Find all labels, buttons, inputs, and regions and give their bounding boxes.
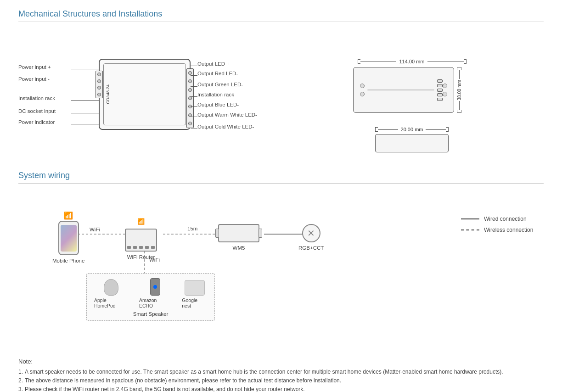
rgb-cct-label: RGB+CCT	[298, 245, 324, 251]
line-power-indicator	[71, 124, 100, 124]
note-3: Please check if the WiFi router net in 2…	[18, 385, 544, 392]
wiring-title: System wiring	[18, 171, 544, 180]
dim-depth-label: 20.00 mm	[398, 127, 426, 132]
mechanical-content: Power input + Power input - Installation…	[18, 31, 544, 157]
homepod-label: Apple HomePod	[94, 297, 128, 308]
screw-hole-tr	[443, 84, 447, 88]
dim-right-tab-3	[437, 89, 443, 92]
label-output-blue: Output Blue LED-	[197, 102, 239, 107]
mechanical-divider	[18, 22, 544, 22]
line-output-cold	[191, 129, 197, 129]
line-dc-socket	[71, 113, 100, 113]
connection-lines	[18, 197, 461, 344]
mobile-phone-label: Mobile Phone	[52, 258, 84, 263]
dim-width-label: 114.00 mm	[396, 59, 427, 64]
legend-wireless-label: Wireless connection	[484, 227, 533, 233]
dimension-diagram: 114.00 mm	[294, 36, 544, 152]
legend-line-dashed	[461, 230, 479, 230]
wm5-label: WM5	[233, 245, 245, 251]
distance-label: 15m	[187, 226, 197, 231]
dim-right-tab-4	[437, 93, 443, 96]
line-output-red	[191, 75, 197, 76]
wifi-label-2: WiFi	[149, 257, 160, 263]
legend: Wired connection Wireless connection	[461, 197, 544, 233]
device-box: GDA48-24	[99, 59, 191, 130]
conn-left-dot-4	[97, 93, 101, 96]
line-output-blue	[191, 106, 197, 107]
conn-left-dot-3	[97, 86, 101, 90]
phone-shape	[58, 221, 79, 255]
wiring-content: 📶 Mobile Phone WiFi 📶	[18, 193, 544, 349]
conn-right-dot-4	[188, 96, 192, 100]
echo-ring	[153, 285, 157, 289]
system-section: System wiring 📶 Mob	[18, 171, 544, 349]
screw-hole-br	[443, 92, 447, 96]
notes-section: Note: A smart speaker needs to be connec…	[18, 358, 544, 392]
wm5-node: WM5	[218, 224, 259, 251]
legend-wired: Wired connection	[461, 216, 544, 222]
label-dc-socket: DC socket input	[18, 108, 56, 114]
router-shape	[125, 229, 157, 252]
conn-right-dot-1	[188, 71, 192, 75]
router-port-2	[133, 246, 137, 249]
conn-right-dot-2	[188, 79, 192, 83]
rgb-cct-node: ✕ RGB+CCT	[298, 224, 324, 251]
legend-wired-label: Wired connection	[484, 216, 527, 222]
legend-line-solid	[461, 218, 479, 219]
label-output-led-plus: Output LED +	[197, 61, 230, 67]
connector-right	[186, 68, 194, 128]
mobile-phone-node: 📶 Mobile Phone	[52, 211, 84, 263]
label-installation-rack-right: Installation rack	[197, 92, 234, 97]
dim-height-label: 38.00 mm	[457, 79, 462, 101]
device-inner: GDA48-24	[103, 63, 186, 125]
note-1: A smart speaker needs to be connected fo…	[18, 368, 544, 376]
rgb-x: ✕	[307, 228, 315, 239]
wiring-diagram: 📶 Mobile Phone WiFi 📶	[18, 197, 461, 344]
echo-shape	[150, 278, 160, 296]
nest-device: Google nest	[182, 280, 207, 308]
note-title: Note:	[18, 358, 544, 365]
label-output-red: Output Red LED-	[197, 71, 238, 76]
screw-hole-tl	[360, 84, 365, 88]
router-node: 📶 WiFi Router	[125, 218, 157, 260]
line-output-green	[191, 86, 197, 87]
dim-right-tab-5	[437, 98, 443, 101]
mechanical-section: Mechanical Structures and Installations …	[18, 9, 544, 157]
smart-speaker-box: Apple HomePod Amazon ECHO Google nest	[86, 273, 215, 321]
conn-right-dot-3	[188, 88, 192, 92]
screw-hole-bl	[360, 92, 365, 96]
dim-right-tabs	[437, 79, 443, 101]
smart-speaker-devices: Apple HomePod Amazon ECHO Google nest	[94, 278, 207, 308]
label-output-green: Output Green LED-	[197, 82, 243, 87]
echo-label: Amazon ECHO	[139, 297, 171, 308]
dim-right-tab-1	[437, 79, 443, 83]
line-installation-left	[71, 100, 100, 101]
line-power-plus	[71, 69, 100, 69]
dim-box-outer	[353, 67, 454, 113]
note-2: The above distance is measured in spacio…	[18, 376, 544, 385]
wm5-connector-r	[259, 229, 262, 238]
conn-right-dot-7	[188, 122, 192, 125]
label-installation-rack-left: Installation rack	[18, 95, 55, 101]
phone-screen	[61, 225, 77, 252]
connector-left	[96, 71, 103, 98]
router-port-1	[127, 246, 131, 249]
label-power-indicator: Power indicator	[18, 119, 55, 125]
label-output-warm: Output Warm White LED-	[197, 112, 257, 118]
label-output-cold: Output Cold White LED-	[197, 124, 254, 129]
conn-left-dot-1	[97, 73, 101, 76]
wm5-connector-l	[215, 229, 219, 238]
homepod-device: Apple HomePod	[94, 279, 128, 308]
conn-left-dot-2	[97, 79, 101, 83]
wifi-label-1: WiFi	[90, 227, 100, 232]
router-port-5	[151, 246, 155, 249]
wifi-signal-phone: 📶	[64, 211, 73, 220]
mechanical-title: Mechanical Structures and Installations	[18, 9, 544, 19]
label-power-minus: Power input -	[18, 76, 50, 82]
device-diagram: Power input + Power input - Installation…	[18, 36, 285, 137]
line-installation-right	[191, 96, 197, 97]
dim-bottom-box	[375, 134, 449, 152]
echo-device: Amazon ECHO	[139, 278, 171, 308]
wiring-divider	[18, 183, 544, 184]
label-power-plus: Power input +	[18, 64, 51, 70]
